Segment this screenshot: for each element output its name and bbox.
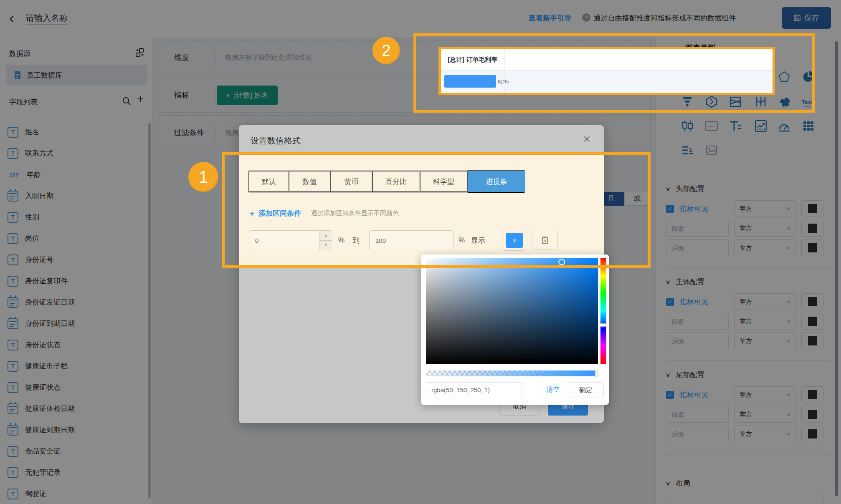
alpha-slider-handle[interactable] bbox=[595, 370, 598, 377]
delete-condition-button[interactable] bbox=[532, 231, 558, 250]
format-tab[interactable]: 默认 bbox=[248, 171, 289, 192]
format-tabs: 默认数值货币百分比科学型进度条 bbox=[248, 170, 525, 193]
hue-slider-handle[interactable] bbox=[600, 323, 607, 327]
percent-sign: % bbox=[338, 230, 345, 250]
saturation-area[interactable] bbox=[426, 258, 598, 364]
tour-step-badge-2: 2 bbox=[372, 37, 400, 64]
chevron-down-icon: ∨ bbox=[512, 237, 517, 244]
saturation-marker[interactable] bbox=[558, 259, 565, 265]
clear-color-link[interactable]: 清空 bbox=[546, 386, 560, 394]
stepper-up-icon[interactable]: ▲ bbox=[319, 231, 332, 241]
preview-card-body: 82% bbox=[441, 70, 773, 93]
selected-color-swatch: ∨ bbox=[506, 233, 523, 248]
tour-step-badge-1: 1 bbox=[188, 162, 218, 192]
color-value-input[interactable] bbox=[426, 382, 522, 397]
modal-format-section: 默认数值货币百分比科学型进度条 + 添加区间条件 通过添加区间条件显示不同颜色 … bbox=[239, 155, 604, 265]
progress-bar bbox=[444, 75, 496, 88]
preview-metric-title: [总计] 订单毛利率 bbox=[448, 56, 497, 64]
add-range-condition[interactable]: + 添加区间条件 通过添加区间条件显示不同颜色 bbox=[250, 209, 399, 218]
alpha-gradient bbox=[426, 370, 598, 376]
display-label: 显示 bbox=[471, 230, 485, 250]
format-tab[interactable]: 数值 bbox=[289, 171, 330, 192]
add-range-condition-label: 添加区间条件 bbox=[258, 209, 301, 218]
column-divider bbox=[504, 49, 505, 93]
format-tab[interactable]: 进度条 bbox=[467, 170, 525, 193]
alpha-slider[interactable] bbox=[426, 370, 598, 376]
range-to-input[interactable] bbox=[369, 230, 453, 250]
app-root: ‹ 请输入名称 查看新手引导 ? 通过自由搭配维度和指标形成不同的数据组件 保存… bbox=[0, 0, 841, 504]
format-tab[interactable]: 货币 bbox=[330, 171, 372, 192]
confirm-color-button[interactable]: 确定 bbox=[568, 382, 604, 398]
number-stepper[interactable]: ▲▼ bbox=[319, 231, 332, 250]
add-range-condition-hint: 通过添加区间条件显示不同颜色 bbox=[311, 209, 399, 217]
progress-preview-card: [总计] 订单毛利率 82% bbox=[438, 47, 775, 95]
display-color-dropdown[interactable]: ∨ bbox=[503, 230, 526, 251]
plus-icon: + bbox=[250, 209, 254, 218]
hue-slider[interactable] bbox=[600, 258, 606, 364]
percent-sign: % bbox=[458, 230, 465, 250]
stepper-down-icon[interactable]: ▼ bbox=[319, 241, 332, 250]
range-condition-row: ▲▼ % 到 % 显示 ∨ bbox=[239, 230, 604, 251]
trash-icon bbox=[541, 236, 549, 244]
progress-value: 82% bbox=[498, 78, 509, 85]
preview-card-header: [总计] 订单毛利率 bbox=[441, 49, 773, 70]
to-label: 到 bbox=[352, 230, 360, 250]
format-tab[interactable]: 科学型 bbox=[420, 171, 467, 192]
format-tab[interactable]: 百分比 bbox=[372, 171, 420, 192]
color-picker-popup: 清空 确定 bbox=[421, 255, 609, 405]
